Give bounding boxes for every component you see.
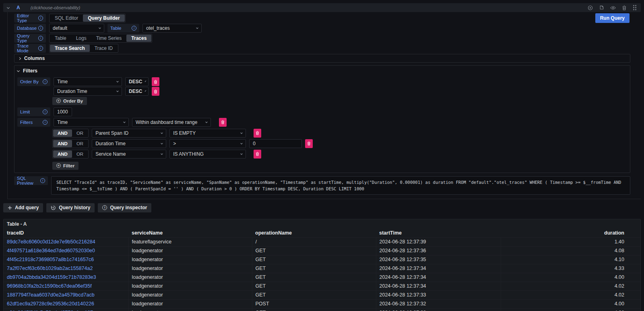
query-inspector-button[interactable]: i Query inspector (98, 203, 151, 212)
chevron-down-icon (161, 132, 163, 134)
filter-field-select[interactable]: Parent Span ID (92, 129, 166, 138)
add-query-button[interactable]: Add query (3, 203, 43, 212)
collapse-query-chevron-icon[interactable] (7, 6, 10, 8)
sql-preview-row: SQL Previewi SELECT "TraceId" as traceID… (14, 176, 630, 195)
service-name-cell: loadgenerator (128, 308, 252, 311)
column-header-operationName[interactable]: operationName (252, 229, 376, 238)
drag-handle-icon[interactable] (633, 5, 637, 10)
chevron-down-icon (205, 121, 208, 123)
database-select[interactable]: default (49, 24, 104, 33)
filter-operator-select[interactable]: Within dashboard time range (132, 118, 211, 127)
service-name-cell: loadgenerator (128, 273, 252, 282)
query-type-option-logs[interactable]: Logs (71, 35, 91, 42)
add-order-by-button[interactable]: + Order By (52, 97, 87, 105)
filter-condition-row: ANDORParent Span IDIS EMPTY (52, 129, 627, 138)
table-row: 96968b10fa2b2c1590bc67dea06ef35floadgene… (4, 282, 640, 290)
bool-option-and[interactable]: AND (53, 150, 72, 158)
trace-id-cell: 7a2f07ecf63c60b1029ab2ac155874a2 (4, 264, 128, 273)
bool-option-or[interactable]: OR (72, 130, 88, 137)
filter-value-input[interactable] (249, 139, 302, 148)
columns-section-toggle[interactable]: Columns (19, 55, 626, 62)
table-select[interactable]: otel_traces (142, 24, 202, 33)
editor-type-option-query-builder[interactable]: Query Builder (83, 14, 124, 22)
remove-filter-button[interactable] (152, 77, 159, 86)
start-time-cell: 2024-06-28 12:37:34 (376, 273, 501, 282)
operation-name-cell: GET (252, 246, 376, 255)
trace-id-link[interactable]: 96968b10fa2b2c1590bc67dea06ef35f (7, 283, 92, 289)
trace-id-cell: 62df1ec9a29728c9e29536c20d140226 (4, 299, 128, 308)
query-type-row: Query Typei TableLogsTime SeriesTraces (14, 34, 630, 43)
filter-operator-select[interactable]: IS EMPTY (169, 129, 246, 138)
filter-field-select[interactable]: Service Name (92, 150, 166, 159)
run-query-button[interactable]: Run Query (595, 13, 630, 23)
query-row-header[interactable]: A (clickhouse-observability) (3, 3, 641, 12)
remove-filter-button[interactable] (305, 139, 313, 148)
trace-id-link[interactable]: 1887794f7eaa6037d0e2a4579bcd7acb (7, 292, 95, 298)
column-header-duration[interactable]: duration (501, 229, 640, 238)
bool-option-and[interactable]: AND (53, 140, 72, 147)
trace-id-link[interactable]: 89dc7e8c6060c0d12de7e9b50c216284 (7, 239, 95, 245)
chevron-down-icon (240, 142, 243, 144)
filter-condition-row: ANDORService NameIS ANYTHING (52, 150, 627, 159)
bool-option-or[interactable]: OR (72, 140, 88, 147)
trace-id-link[interactable]: 4f45c21918c73698057a8b1c741657c6 (7, 257, 94, 262)
table-row: db9704a2bbda34204d159c71b78283e3loadgene… (4, 273, 640, 282)
trace-id-cell: 96968b10fa2b2c1590bc67dea06ef35f (4, 282, 128, 290)
column-header-traceID[interactable]: traceID (4, 229, 128, 238)
order-by-direction-select[interactable]: DESC (125, 77, 149, 86)
chevron-down-icon (116, 90, 119, 92)
remove-filter-button[interactable] (152, 87, 159, 96)
bool-option-or[interactable]: OR (72, 150, 88, 158)
and-or-toggle: ANDOR (52, 139, 89, 148)
trace-id-link[interactable]: 4f497571a618e364ed7ded60752030e0 (7, 248, 95, 253)
trace-mode-option-trace-id[interactable]: Trace ID (90, 45, 118, 52)
column-header-startTime[interactable]: startTime (376, 229, 501, 238)
order-by-direction-select[interactable]: DESC (125, 87, 149, 96)
chevron-down-icon (123, 121, 126, 123)
editor-type-option-sql-editor[interactable]: SQL Editor (50, 14, 83, 22)
trace-id-link[interactable]: 62df1ec9a29728c9e29536c20d140226 (7, 301, 94, 307)
query-type-option-time-series[interactable]: Time Series (91, 35, 127, 42)
duplicate-query-icon[interactable] (599, 5, 604, 10)
remove-filter-button[interactable] (219, 118, 227, 127)
start-time-cell: 2024-06-28 12:37:34 (376, 282, 501, 290)
filter-operator-select[interactable]: > (169, 139, 246, 148)
bool-option-and[interactable]: AND (53, 130, 72, 137)
help-icon[interactable] (588, 5, 593, 10)
filter-field-select[interactable]: Time (54, 118, 129, 127)
limit-input[interactable] (54, 107, 72, 116)
info-icon: i (38, 26, 43, 31)
start-time-cell: 2024-06-28 12:37:32 (376, 308, 501, 311)
datasource-name: (clickhouse-observability) (31, 5, 80, 10)
remove-filter-button[interactable] (254, 150, 261, 159)
start-time-cell: 2024-06-28 12:37:36 (376, 246, 501, 255)
column-header-serviceName[interactable]: serviceName (128, 229, 252, 238)
query-type-option-traces[interactable]: Traces (126, 35, 151, 42)
panel-title: Table - A (4, 219, 640, 229)
order-by-field-select[interactable]: Duration Time (54, 87, 122, 96)
table-panel: Table - A traceIDserviceNameoperationNam… (3, 219, 641, 311)
filter-condition-row: ANDORDuration Time> (52, 139, 627, 148)
start-time-cell: 2024-06-28 12:37:35 (376, 255, 501, 264)
trace-mode-row: Trace Modei Trace SearchTrace ID (14, 44, 630, 53)
query-type-option-table[interactable]: Table (50, 35, 71, 42)
info-icon: i (43, 120, 47, 125)
hide-response-eye-icon[interactable] (610, 5, 616, 10)
query-history-button[interactable]: Query history (46, 203, 95, 212)
trace-mode-option-trace-search[interactable]: Trace Search (50, 45, 90, 52)
order-by-field-select[interactable]: Time (54, 77, 122, 86)
filter-field-select[interactable]: Duration Time (92, 139, 166, 148)
trace-id-link[interactable]: 7a2f07ecf63c60b1029ab2ac155874a2 (7, 266, 93, 271)
info-icon: i (132, 26, 136, 31)
filters-section-toggle[interactable]: Filters (17, 68, 627, 74)
trace-id-link[interactable]: db9704a2bbda34204d159c71b78283e3 (7, 274, 96, 280)
add-filter-button[interactable]: + Filter (52, 162, 78, 170)
remove-filter-button[interactable] (254, 129, 261, 138)
service-name-cell: loadgenerator (128, 246, 252, 255)
table-row: 7a2f07ecf63c60b1029ab2ac155874a2loadgene… (4, 264, 640, 273)
remove-query-trash-icon[interactable] (622, 5, 627, 10)
filter-operator-select[interactable]: IS ANYTHING (169, 150, 246, 159)
sql-preview-code[interactable]: SELECT "TraceId" as traceID, "ServiceNam… (51, 176, 630, 195)
chevron-down-icon (161, 152, 163, 155)
trace-id-cell: 1887794f7eaa6037d0e2a4579bcd7acb (4, 290, 128, 299)
